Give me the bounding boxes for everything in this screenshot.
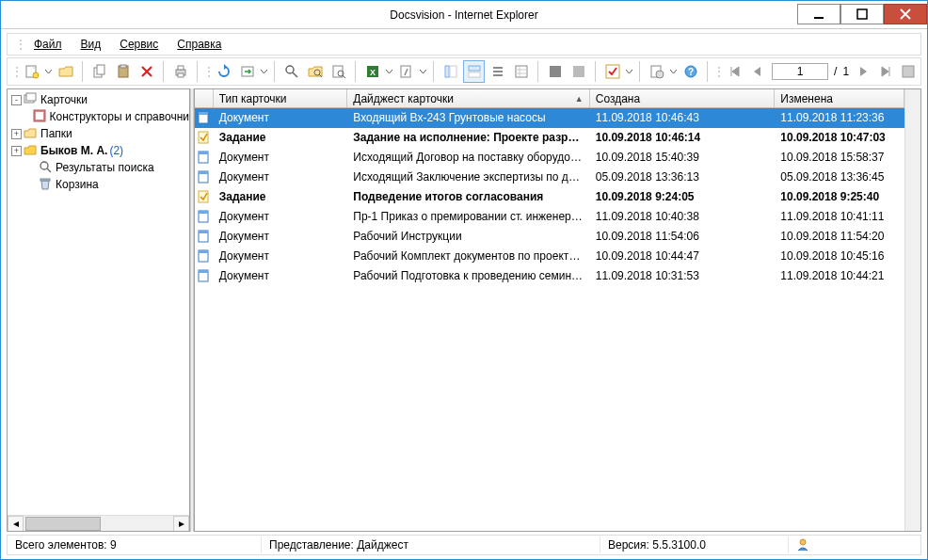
tree-item[interactable]: +Папки — [8, 125, 189, 142]
separator — [355, 61, 356, 82]
svg-rect-53 — [199, 270, 208, 273]
svg-rect-51 — [199, 250, 208, 253]
svg-rect-20 — [450, 66, 456, 77]
cell-digest: Исходящий Заключение экспертизы по дого.… — [347, 168, 589, 185]
refresh-button[interactable] — [213, 60, 234, 83]
table-row[interactable]: ДокументРабочий Подготовка к проведению … — [195, 266, 904, 286]
table-row[interactable]: ЗаданиеПодведение итогов согласования10.… — [195, 187, 904, 207]
view-details-button[interactable] — [510, 60, 532, 83]
menu-help[interactable]: Справка — [169, 36, 229, 53]
col-digest[interactable]: Дайджест карточки▲ — [347, 89, 589, 107]
menu-view[interactable]: Вид — [73, 36, 109, 53]
filter-button[interactable] — [568, 60, 589, 83]
folder-y-icon — [24, 144, 37, 158]
col-created[interactable]: Создана — [590, 89, 776, 107]
titlebar: Docsvision - Internet Explorer — [1, 1, 927, 29]
first-page-button[interactable] — [727, 63, 744, 80]
svg-rect-0 — [814, 17, 824, 19]
table-row[interactable]: ДокументИсходящий Заключение экспертизы … — [195, 168, 904, 187]
paste-button[interactable] — [112, 60, 134, 83]
tree-item[interactable]: -Карточки — [8, 91, 189, 108]
view-tree-button[interactable] — [440, 60, 461, 83]
tree-item[interactable]: Корзина — [8, 176, 189, 193]
menu-file[interactable]: Файл — [26, 36, 70, 53]
svg-rect-23 — [516, 66, 527, 77]
menu-service[interactable]: Сервис — [112, 36, 166, 53]
copy-button[interactable] — [88, 60, 110, 83]
separator — [197, 61, 198, 82]
last-page-button[interactable] — [877, 63, 894, 80]
table-row[interactable]: ДокументВходящий Вх-243 Грунтовые насосы… — [195, 108, 904, 128]
separator — [82, 61, 83, 82]
tree-label: Корзина — [54, 178, 99, 191]
search-folder-button[interactable] — [304, 60, 326, 83]
row-icon — [195, 130, 214, 145]
cell-modified: 10.09.2018 11:54:20 — [775, 228, 904, 245]
table-row[interactable]: ЗаданиеЗадание на исполнение: Проекте ра… — [195, 128, 904, 148]
svg-rect-31 — [903, 66, 914, 77]
minimize-button[interactable] — [797, 4, 840, 24]
print-button[interactable] — [169, 60, 191, 83]
table-row[interactable]: ДокументПр-1 Приказ о премировании ст. и… — [195, 207, 904, 227]
cell-modified: 10.09.2018 9:25:40 — [775, 188, 904, 205]
col-label: Дайджест карточки — [353, 92, 454, 105]
tree-item[interactable]: +Быков М. А. (2) — [8, 142, 189, 159]
col-label: Изменена — [780, 92, 833, 105]
grip-icon: ⋮ — [203, 65, 211, 78]
table-row[interactable]: ДокументИсходящий Договор на поставку об… — [195, 148, 904, 168]
toolbar: ⋮ ⋮ X — [7, 57, 921, 86]
folder-tree[interactable]: -КарточкиКонструкторы и справочни+Папки+… — [7, 88, 190, 532]
expand-toggle[interactable]: + — [11, 146, 22, 156]
cell-digest: Исходящий Договор на поставку оборудова.… — [347, 149, 589, 166]
settings-doc-button[interactable] — [646, 60, 678, 83]
expand-toggle[interactable]: + — [11, 129, 22, 139]
scroll-right-button[interactable]: ▸ — [173, 516, 189, 532]
col-type[interactable]: Тип карточки — [214, 89, 348, 107]
cell-created: 05.09.2018 13:36:13 — [590, 168, 776, 185]
next-page-button[interactable] — [855, 63, 872, 80]
group-button[interactable] — [544, 60, 566, 83]
check-button[interactable] — [601, 60, 633, 83]
view-list-button[interactable] — [487, 60, 508, 83]
cell-type: Документ — [214, 267, 348, 284]
grid-vscroll[interactable] — [904, 89, 920, 531]
col-modified[interactable]: Изменена — [775, 89, 904, 107]
svg-rect-33 — [26, 93, 36, 101]
open-folder-button[interactable] — [55, 60, 76, 83]
cell-modified: 11.09.2018 11:23:36 — [775, 109, 904, 126]
fulltext-search-button[interactable] — [328, 60, 349, 83]
tree-item[interactable]: Конструкторы и справочни — [8, 108, 189, 125]
page-input[interactable] — [772, 63, 828, 80]
view-preview-button[interactable] — [463, 60, 485, 83]
close-button[interactable] — [884, 4, 927, 24]
search-button[interactable] — [280, 60, 302, 83]
status-version: Версия: 5.5.3100.0 — [600, 536, 789, 553]
table-row[interactable]: ДокументРабочий Комплект документов по п… — [195, 247, 904, 266]
cell-digest: Пр-1 Приказ о премировании ст. инженера.… — [347, 208, 589, 225]
maximize-button[interactable] — [840, 4, 884, 24]
table-row[interactable]: ДокументРабочий Инструкции10.09.2018 11:… — [195, 227, 904, 247]
col-icon[interactable] — [195, 89, 214, 107]
tree-item[interactable]: Результаты поиска — [8, 159, 189, 176]
new-item-button[interactable] — [21, 60, 53, 83]
scroll-left-button[interactable]: ◂ — [8, 516, 24, 532]
svg-rect-39 — [199, 112, 208, 115]
expand-toggle[interactable]: - — [11, 95, 22, 105]
scroll-thumb[interactable] — [25, 517, 101, 531]
tree-hscroll[interactable]: ◂ ▸ — [8, 515, 189, 531]
cell-type: Задание — [214, 188, 348, 205]
chevron-down-icon — [624, 60, 633, 83]
separator — [163, 61, 164, 82]
svg-rect-1 — [857, 9, 867, 19]
prev-page-button[interactable] — [749, 63, 766, 80]
cell-modified: 11.09.2018 10:41:11 — [775, 208, 904, 225]
card-grid: Тип карточкиДайджест карточки▲СозданаИзм… — [194, 88, 921, 532]
cell-modified: 05.09.2018 13:36:45 — [775, 168, 904, 185]
help-button[interactable]: ? — [680, 60, 701, 83]
export-excel-button[interactable]: X — [361, 60, 393, 83]
delete-button[interactable] — [136, 60, 157, 83]
sync-button[interactable] — [236, 60, 268, 83]
page-mode-button[interactable] — [900, 63, 917, 80]
grid-body[interactable]: ДокументВходящий Вх-243 Грунтовые насосы… — [195, 108, 904, 531]
attach-button[interactable] — [395, 60, 427, 83]
